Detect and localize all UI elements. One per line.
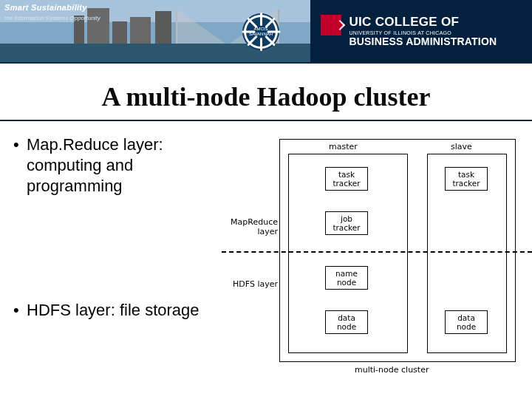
bullet-item: • Map.Reduce layer: computing and progra… xyxy=(13,134,216,197)
header-banner: Smart Sustainability the Information Sys… xyxy=(0,0,532,64)
bullet-list: • Map.Reduce layer: computing and progra… xyxy=(0,134,222,378)
bullet-text: Map.Reduce layer: computing and programm… xyxy=(27,134,216,197)
uic-circle-icon xyxy=(321,15,341,35)
uic-university: UNIVERSITY OF ILLINOIS AT CHICAGO xyxy=(349,30,497,35)
title-underline xyxy=(0,120,532,121)
banner-title: Smart Sustainability xyxy=(4,3,87,12)
bullet-item: • HDFS layer: file storage xyxy=(13,300,216,321)
node-data-node-master: data node xyxy=(325,310,368,334)
master-label: master xyxy=(329,142,358,151)
node-task-tracker-master: task tracker xyxy=(325,167,368,191)
bullet-dot-icon: • xyxy=(13,134,27,197)
architecture-diagram: MapReduce layer HDFS layer multi-node cl… xyxy=(222,134,517,378)
node-job-tracker: job tracker xyxy=(325,211,368,235)
uic-college: COLLEGE OF xyxy=(375,15,460,29)
uic-department: BUSINESS ADMINISTRATION xyxy=(349,35,497,47)
node-data-node-slave: data node xyxy=(445,310,488,334)
slave-label: slave xyxy=(451,142,472,151)
banner-subtitle: the Information Systems Opportunity xyxy=(4,15,100,21)
cluster-label: multi-node cluster xyxy=(355,365,429,375)
bullet-text: HDFS layer: file storage xyxy=(27,300,216,321)
mapreduce-layer-label: MapReduce layer xyxy=(225,217,278,236)
uic-logo-block: UIC COLLEGE OF UNIVERSITY OF ILLINOIS AT… xyxy=(310,0,532,64)
bullet-dot-icon: • xyxy=(13,300,27,321)
node-task-tracker-slave: task tracker xyxy=(445,167,488,191)
uic-brand: UIC xyxy=(349,15,371,29)
node-name-node: name node xyxy=(325,266,368,290)
hdfs-layer-label: HDFS layer xyxy=(225,279,278,289)
slide-title: A multi-node Hadoop cluster xyxy=(0,81,532,112)
amcis-seal-icon: AMCISSAVANNAH xyxy=(239,10,282,53)
